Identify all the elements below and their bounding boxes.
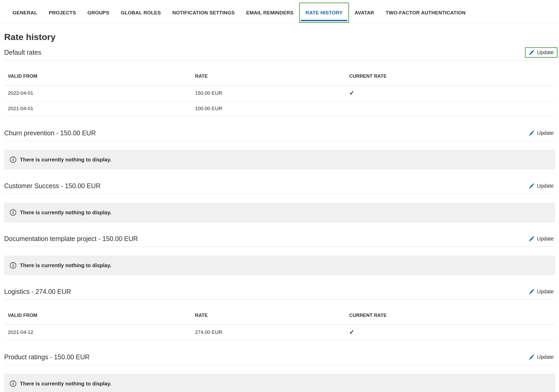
update-button[interactable]: Update — [525, 47, 558, 58]
rates-table: VALID FROM RATE CURRENT RATE 2022-04-01 … — [4, 68, 555, 116]
tab-two-factor-authentication[interactable]: TWO-FACTOR AUTHENTICATION — [380, 3, 471, 23]
section-body: VALID FROM RATE CURRENT RATE 2022-04-01 … — [4, 68, 555, 116]
section-body: There is currently nothing to display. — [4, 150, 555, 169]
tab-label: EMAIL REMINDERS — [246, 10, 293, 16]
update-button-label: Update — [537, 49, 554, 55]
section-header: Churn prevention - 150.00 EUR Update — [4, 128, 555, 141]
update-button-label: Update — [537, 183, 554, 189]
valid-from-cell: 2021-04-01 — [4, 101, 191, 116]
empty-notice: There is currently nothing to display. — [4, 256, 555, 275]
rates-table-header-row: VALID FROM RATE CURRENT RATE — [4, 68, 555, 86]
edit-pencil-icon — [529, 236, 534, 242]
tab-label: GROUPS — [87, 10, 109, 16]
section-title: Product ratings - 150.00 EUR — [4, 353, 90, 361]
update-button[interactable]: Update — [525, 234, 558, 244]
valid-from-cell: 2021-04-12 — [4, 325, 191, 340]
update-button[interactable]: Update — [525, 287, 558, 297]
tab-projects[interactable]: PROJECTS — [43, 3, 82, 23]
tab-avatar[interactable]: AVATAR — [349, 3, 380, 23]
section-body: There is currently nothing to display. — [4, 203, 555, 222]
page-title: Rate history — [4, 32, 555, 42]
tab-groups[interactable]: GROUPS — [82, 3, 115, 23]
empty-notice: There is currently nothing to display. — [4, 203, 555, 222]
rate-cell: 100.00 EUR — [191, 101, 346, 116]
rate-history-page: Rate history Default rates Update VALID … — [0, 32, 559, 392]
update-button-label: Update — [537, 130, 554, 136]
section-body: There is currently nothing to display. — [4, 374, 555, 392]
rate-row: 2021-04-01 100.00 EUR — [4, 101, 555, 116]
edit-pencil-icon — [529, 183, 534, 189]
column-header-rate: RATE — [191, 307, 346, 325]
rate-section-default-rates: Default rates Update VALID FROM RATE CUR… — [4, 48, 555, 116]
current-rate-check-icon: ✓ — [349, 89, 354, 96]
update-button-label: Update — [537, 354, 554, 360]
empty-notice: There is currently nothing to display. — [4, 150, 555, 169]
rates-table: VALID FROM RATE CURRENT RATE 2021-04-12 … — [4, 307, 555, 340]
current-rate-cell: ✓ — [346, 86, 555, 101]
info-icon — [10, 380, 16, 387]
section-header: Customer Success - 150.00 EUR Update — [4, 181, 555, 194]
section-title: Customer Success - 150.00 EUR — [4, 182, 100, 190]
edit-pencil-icon — [529, 289, 534, 295]
rate-section-logistics-274-00-eur: Logistics - 274.00 EUR Update VALID FROM… — [4, 287, 555, 340]
update-button-label: Update — [537, 236, 554, 242]
tab-rate-history[interactable]: RATE HISTORY — [299, 3, 349, 23]
info-icon — [10, 262, 16, 269]
rates-table-header-row: VALID FROM RATE CURRENT RATE — [4, 307, 555, 325]
tab-email-reminders[interactable]: EMAIL REMINDERS — [240, 3, 299, 23]
rate-section-product-ratings-150-00-eur: Product ratings - 150.00 EUR Update — [4, 352, 555, 392]
section-header: Product ratings - 150.00 EUR Update — [4, 352, 555, 365]
section-title: Default rates — [4, 49, 41, 56]
current-rate-cell: ✓ — [346, 325, 555, 340]
update-button[interactable]: Update — [525, 181, 558, 191]
section-header: Documentation template project - 150.00 … — [4, 234, 555, 247]
edit-pencil-icon — [529, 354, 534, 360]
empty-notice-label: There is currently nothing to display. — [20, 157, 111, 163]
info-icon — [10, 156, 16, 163]
rate-row: 2021-04-12 274.00 EUR ✓ — [4, 325, 555, 340]
info-icon — [10, 209, 16, 216]
section-title: Documentation template project - 150.00 … — [4, 235, 138, 243]
rate-sections: Default rates Update VALID FROM RATE CUR… — [4, 48, 555, 392]
column-header-valid-from: VALID FROM — [4, 307, 191, 325]
empty-notice-label: There is currently nothing to display. — [20, 210, 111, 216]
section-body: There is currently nothing to display. — [4, 256, 555, 275]
column-header-current-rate: CURRENT RATE — [346, 68, 555, 86]
section-title: Churn prevention - 150.00 EUR — [4, 129, 96, 137]
empty-notice: There is currently nothing to display. — [4, 374, 555, 392]
update-button-label: Update — [537, 289, 554, 295]
tab-label: GENERAL — [13, 10, 37, 16]
section-header: Logistics - 274.00 EUR Update — [4, 287, 555, 300]
tab-global-roles[interactable]: GLOBAL ROLES — [115, 3, 167, 23]
tab-label: TWO-FACTOR AUTHENTICATION — [386, 10, 465, 16]
section-header: Default rates Update — [4, 48, 555, 60]
tab-general[interactable]: GENERAL — [7, 3, 43, 23]
rate-cell: 150.00 EUR — [191, 86, 346, 101]
column-header-rate: RATE — [191, 68, 346, 86]
empty-notice-label: There is currently nothing to display. — [20, 381, 111, 387]
rate-section-documentation-template-project-150-00-eur: Documentation template project - 150.00 … — [4, 234, 555, 275]
empty-notice-label: There is currently nothing to display. — [20, 262, 111, 268]
tab-label: AVATAR — [355, 10, 374, 16]
column-header-valid-from: VALID FROM — [4, 68, 191, 86]
tab-label: RATE HISTORY — [306, 10, 342, 16]
rate-section-churn-prevention-150-00-eur: Churn prevention - 150.00 EUR Update — [4, 128, 555, 169]
section-body: VALID FROM RATE CURRENT RATE 2021-04-12 … — [4, 307, 555, 340]
current-rate-check-icon: ✓ — [349, 329, 354, 335]
column-header-current-rate: CURRENT RATE — [346, 307, 555, 325]
edit-pencil-icon — [529, 130, 534, 136]
user-settings-tab-bar: GENERAL PROJECTS GROUPS GLOBAL ROLES NOT… — [0, 0, 559, 23]
current-rate-cell — [346, 101, 555, 116]
update-button[interactable]: Update — [525, 128, 558, 138]
tab-label: PROJECTS — [49, 10, 76, 16]
rate-cell: 274.00 EUR — [191, 325, 346, 340]
edit-pencil-icon — [529, 50, 534, 55]
section-title: Logistics - 274.00 EUR — [4, 288, 71, 295]
rate-section-customer-success-150-00-eur: Customer Success - 150.00 EUR Update — [4, 181, 555, 222]
valid-from-cell: 2022-04-01 — [4, 86, 191, 101]
tab-notification-settings[interactable]: NOTIFICATION SETTINGS — [167, 3, 240, 23]
tab-label: NOTIFICATION SETTINGS — [172, 10, 235, 16]
update-button[interactable]: Update — [525, 352, 558, 362]
tab-label: GLOBAL ROLES — [121, 10, 161, 16]
rate-row: 2022-04-01 150.00 EUR ✓ — [4, 86, 555, 101]
